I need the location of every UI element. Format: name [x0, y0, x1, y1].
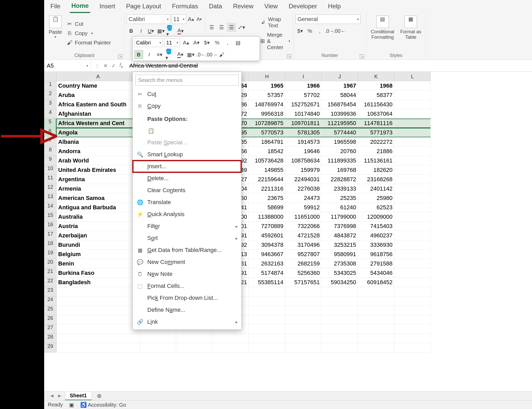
cell[interactable]: 57357	[249, 90, 285, 100]
row-header[interactable]: 24	[44, 296, 57, 306]
cell[interactable]	[394, 306, 431, 315]
row-header[interactable]: 25	[44, 306, 57, 315]
cell[interactable]	[394, 100, 431, 109]
conditional-formatting-button[interactable]: ▤ Conditional Formatting	[368, 15, 397, 52]
menu-search-input[interactable]: Search the menus	[135, 75, 239, 86]
cell[interactable]	[285, 296, 322, 306]
cell[interactable]: 2211316	[249, 184, 285, 193]
cell[interactable]: 2791588	[358, 259, 394, 268]
cell[interactable]: 152752671	[285, 100, 322, 109]
sheet-tab[interactable]: Sheet1	[65, 391, 92, 400]
row-header[interactable]: 23	[44, 287, 57, 296]
cell[interactable]	[176, 343, 212, 353]
mini-dec-font-icon[interactable]: A▾	[192, 38, 201, 47]
cell[interactable]: Afghanistan	[57, 109, 140, 119]
menu-new-note[interactable]: 🗒 New Note	[133, 268, 241, 280]
copy-button[interactable]: ⎘ Copy▾	[65, 30, 122, 37]
mini-fill-icon[interactable]: 🪣▾	[165, 50, 174, 59]
mini-inc-font-icon[interactable]: A▴	[182, 38, 190, 47]
cell[interactable]	[394, 175, 431, 184]
mini-cond-format-icon[interactable]: ▤	[234, 38, 242, 47]
bold-button[interactable]: B	[127, 27, 136, 35]
row-header[interactable]: 9	[44, 156, 57, 165]
menu-format-cells[interactable]: ⬚ Format Cells...	[133, 280, 241, 292]
cell[interactable]: 1968	[358, 81, 394, 90]
menu-insert[interactable]: Insert...	[133, 160, 241, 172]
cell[interactable]	[57, 324, 140, 334]
cell[interactable]: 149855	[249, 165, 285, 175]
cell[interactable]	[212, 334, 249, 343]
col-header[interactable]: H	[249, 72, 285, 81]
increase-decimal-icon[interactable]: .0→	[325, 27, 334, 35]
mini-align-icon[interactable]: ≡▾	[155, 50, 164, 59]
font-color-button[interactable]: A▾	[176, 27, 185, 35]
font-size-combo[interactable]: 11▾	[171, 15, 186, 24]
row-header[interactable]: 16	[44, 222, 57, 231]
cell[interactable]: 24473	[285, 193, 322, 203]
menu-filter[interactable]: Filter ▸	[133, 220, 241, 232]
cell[interactable]	[394, 231, 431, 240]
cell[interactable]	[394, 128, 431, 137]
cell[interactable]: Angola	[57, 128, 140, 137]
menu-copy[interactable]: ⎘ Copy	[133, 100, 241, 112]
row-header[interactable]: 1	[44, 81, 57, 90]
cell[interactable]: 59912	[285, 203, 322, 212]
cell[interactable]: 58699	[249, 203, 285, 212]
cell[interactable]	[322, 324, 358, 334]
menu-define-name[interactable]: Define Name...	[133, 304, 241, 316]
tab-developer[interactable]: Developer	[287, 1, 318, 12]
cell[interactable]: Albania	[57, 137, 140, 147]
cell[interactable]: 59034250	[322, 278, 358, 287]
align-bottom-icon[interactable]: ☰	[227, 23, 236, 32]
cell[interactable]: 5434046	[358, 268, 394, 278]
cell[interactable]	[322, 287, 358, 296]
cell[interactable]: 4721528	[285, 231, 322, 240]
cell[interactable]: 5256360	[285, 268, 322, 278]
cell[interactable]: 4592601	[249, 231, 285, 240]
cell[interactable]: 182620	[358, 165, 394, 175]
mini-comma-icon[interactable]: ,	[223, 38, 232, 47]
row-header[interactable]: 22	[44, 278, 57, 287]
tab-data[interactable]: Data	[207, 1, 224, 12]
cell[interactable]: 57157651	[285, 278, 322, 287]
underline-button[interactable]: U▾	[147, 27, 155, 35]
cell[interactable]	[358, 315, 394, 324]
cell[interactable]: 25235	[322, 193, 358, 203]
cell[interactable]: Benin	[57, 259, 140, 268]
cell[interactable]	[140, 343, 176, 353]
cell[interactable]: 11388000	[249, 212, 285, 222]
row-header[interactable]: 19	[44, 250, 57, 259]
cell[interactable]	[285, 324, 322, 334]
cell[interactable]	[394, 90, 431, 100]
mini-currency-icon[interactable]: $▾	[202, 38, 211, 47]
cell[interactable]	[57, 334, 140, 343]
cell[interactable]	[57, 287, 140, 296]
increase-font-icon[interactable]: A▴	[187, 15, 195, 24]
cell[interactable]: 18542	[249, 147, 285, 156]
cell[interactable]	[285, 343, 322, 353]
tab-help[interactable]: Help	[327, 1, 342, 12]
mini-bold-button[interactable]: B	[134, 50, 143, 59]
cell[interactable]	[394, 259, 431, 268]
number-launcher-icon[interactable]: ↘	[360, 54, 364, 59]
cell[interactable]	[394, 184, 431, 193]
orientation-icon[interactable]: ⤢▾	[237, 23, 246, 32]
col-header[interactable]: K	[358, 72, 394, 81]
cell[interactable]	[358, 306, 394, 315]
row-header[interactable]: 13	[44, 193, 57, 203]
cell[interactable]	[394, 212, 431, 222]
cell[interactable]: Arab World	[57, 156, 140, 165]
tab-home[interactable]: Home	[70, 0, 90, 13]
accept-formula-icon[interactable]: ✓	[111, 63, 116, 69]
cell[interactable]: 148769974	[249, 100, 285, 109]
row-header[interactable]: 10	[44, 165, 57, 175]
cell[interactable]	[394, 315, 431, 324]
menu-new-comment[interactable]: 💬 New Comment	[133, 256, 241, 268]
cell[interactable]	[394, 250, 431, 259]
cell[interactable]: Burkina Faso	[57, 268, 140, 278]
cell[interactable]: 2682159	[285, 259, 322, 268]
cell[interactable]: 62523	[358, 203, 394, 212]
cell[interactable]: 2339133	[322, 184, 358, 193]
cell[interactable]: 2735308	[322, 259, 358, 268]
cell[interactable]	[249, 287, 285, 296]
